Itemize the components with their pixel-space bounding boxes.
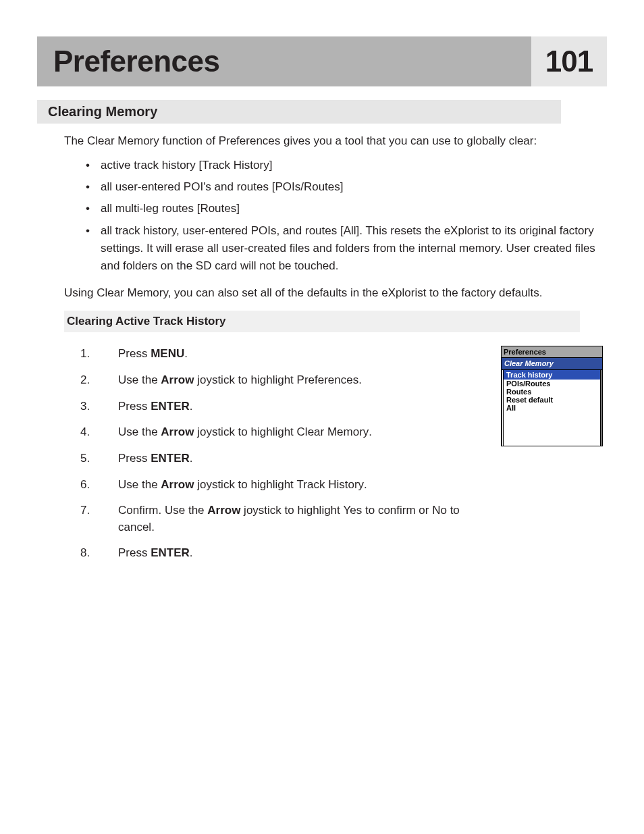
device-body: Clear Memory Track history POIs/Routes R… [502, 358, 602, 445]
device-menu-item: All [504, 404, 600, 412]
key-label: ENTER [151, 452, 190, 465]
step-item: Press ENTER. [80, 450, 494, 467]
device-submenu-title: Clear Memory [502, 358, 602, 369]
steps-with-figure: Press MENU. Use the Arrow joystick to hi… [80, 346, 607, 571]
step-item: Confirm. Use the Arrow joystick to highl… [80, 502, 494, 536]
step-text: . [364, 478, 367, 491]
bullet-text: all track history, user-entered POIs, an… [101, 224, 344, 237]
step-text: joystick to highlight [194, 373, 296, 386]
device-menu-item-selected: Track history [504, 370, 600, 380]
bullet-item: all multi-leg routes [Routes] [86, 200, 607, 217]
step-text: joystick to highlight [240, 504, 343, 517]
key-label: Arrow [161, 425, 194, 438]
bullet-text: all multi-leg routes [ [101, 202, 200, 215]
key-label: Arrow [207, 504, 240, 517]
step-text: Use the [118, 373, 161, 386]
key-label: MENU [151, 347, 184, 360]
bullet-text: ] [236, 202, 240, 215]
step-item: Use the Arrow joystick to highlight Pref… [80, 372, 494, 389]
section-heading: Clearing Memory [37, 100, 561, 124]
step-text: . [184, 347, 188, 360]
device-menu-item: POIs/Routes [504, 380, 600, 388]
ui-label: Track History [202, 159, 269, 172]
step-item: Press MENU. [80, 346, 494, 363]
step-text: . [190, 452, 193, 465]
ui-label: Routes [200, 202, 236, 215]
bullet-text: ] [269, 159, 273, 172]
device-menu-list: Track history POIs/Routes Routes Reset d… [502, 370, 602, 446]
key-label: Arrow [161, 373, 194, 386]
step-text: . [190, 400, 193, 413]
device-title-bar: Preferences [502, 346, 602, 358]
step-text: Use the [118, 478, 161, 491]
step-item: Use the Arrow joystick to highlight Trac… [80, 477, 494, 494]
step-text: joystick to highlight [194, 425, 296, 438]
bullet-list: active track history [Track History] all… [86, 157, 607, 276]
bullet-item: active track history [Track History] [86, 157, 607, 174]
ui-label: All [344, 224, 356, 237]
ui-label: Yes [344, 504, 363, 517]
step-text: Use the [118, 425, 161, 438]
page-title: Preferences [53, 45, 219, 78]
header-title-bar: Preferences [37, 36, 531, 86]
ui-label: POIs/Routes [275, 180, 340, 193]
step-item: Use the Arrow joystick to highlight Clea… [80, 424, 494, 441]
ui-label: Track History [297, 478, 365, 491]
page: Preferences 101 Clearing Memory The Clea… [0, 0, 644, 571]
ui-label: Clear Memory [297, 425, 369, 438]
bullet-item: all track history, user-entered POIs, an… [86, 222, 607, 276]
step-text: Press [118, 546, 151, 559]
page-header: Preferences 101 [37, 36, 607, 86]
device-menu-item: Reset default [504, 396, 600, 404]
step-text: to confirm or [362, 504, 432, 517]
ordered-steps: Press MENU. Use the Arrow joystick to hi… [80, 346, 494, 571]
step-text: . [369, 425, 372, 438]
step-item: Press ENTER. [80, 398, 494, 415]
device-menu-item: Routes [504, 388, 600, 396]
bullet-item: all user-entered POI's and routes [POIs/… [86, 178, 607, 196]
step-text: . [190, 546, 193, 559]
step-text: joystick to highlight [194, 478, 296, 491]
step-text: Press [118, 347, 151, 360]
intro-paragraph: The Clear Memory function of Preferences… [64, 133, 607, 150]
page-number: 101 [545, 45, 593, 78]
device-screenshot: Preferences Clear Memory Track history P… [501, 346, 603, 446]
page-number-box: 101 [531, 36, 607, 86]
key-label: ENTER [151, 546, 190, 559]
key-label: Arrow [161, 478, 194, 491]
closing-paragraph: Using Clear Memory, you can also set all… [64, 285, 607, 302]
bullet-text: active track history [ [101, 159, 202, 172]
bullet-text: all user-entered POI's and routes [ [101, 180, 275, 193]
bullet-text: ] [340, 180, 344, 193]
step-item: Press ENTER. [80, 545, 494, 562]
step-text: Confirm. Use the [118, 504, 207, 517]
step-text: Press [118, 452, 151, 465]
sub-heading: Clearing Active Track History [64, 311, 580, 332]
ui-label: No [432, 504, 447, 517]
step-text: . [358, 373, 362, 386]
step-text: Press [118, 400, 151, 413]
ui-label: Preferences [297, 373, 359, 386]
key-label: ENTER [151, 400, 190, 413]
